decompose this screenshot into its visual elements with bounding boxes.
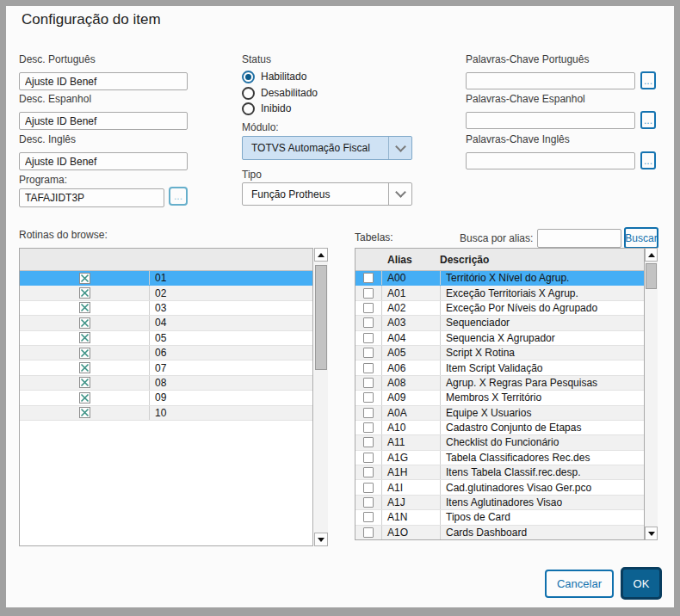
rotina-row[interactable]: 07 [20,360,312,375]
desc-ingles-input[interactable] [19,152,188,170]
tabela-row[interactable]: A03Sequenciador [355,316,644,330]
tabela-row[interactable]: A09Membros X Território [355,391,644,405]
rotina-check-cell[interactable] [20,376,150,390]
tabela-alias: A09 [382,391,441,404]
checkbox[interactable] [363,467,374,477]
scrollbar-thumb[interactable] [315,265,327,370]
rotina-number: 04 [150,317,312,329]
checkbox[interactable] [363,317,374,328]
rotina-row[interactable]: 06 [20,346,312,360]
desc-espanhol-input[interactable] [19,112,188,130]
tabela-row[interactable]: A0AEquipe X Usuarios [355,406,644,421]
scroll-down-button[interactable] [645,527,658,540]
tabela-alias: A0A [382,406,441,420]
rotina-row[interactable]: 10 [20,406,312,421]
palavras-ingles-browse-button[interactable]: ... [640,151,656,169]
busca-alias-input[interactable] [537,229,621,248]
checkbox[interactable] [363,512,374,522]
palavras-ingles-input[interactable] [466,152,635,169]
tabela-row[interactable]: A10Cadastro Conjunto de Etapas [355,421,644,435]
tabela-row[interactable]: A01Exceção Territoriais X Agrup. [355,286,644,300]
checkbox[interactable] [363,288,374,299]
desc-portugues-input[interactable] [19,72,188,90]
rotina-check-cell[interactable] [20,360,150,374]
checkbox[interactable] [363,378,374,388]
rotina-check-cell[interactable] [20,406,150,420]
tabela-row[interactable]: A1OCards Dashboard [355,526,644,540]
scrollbar-thumb[interactable] [646,263,657,289]
palavras-portugues-input[interactable] [466,72,635,89]
radio-unselected-icon[interactable] [242,102,255,115]
rotina-row[interactable]: 09 [20,391,312,405]
rotina-number: 02 [150,287,312,299]
rotina-check-cell[interactable] [20,316,150,330]
checkbox[interactable] [363,363,374,373]
tabela-row[interactable]: A00Território X Nível do Agrup. [355,271,644,286]
tabela-row[interactable]: A1HItens Tabela Classif.rec.desp. [355,465,644,480]
tabela-descricao: Sequenciador [441,317,644,329]
checkbox[interactable] [363,333,374,343]
tabela-row[interactable]: A04Sequencia X Agrupador [355,331,644,346]
rotina-check-cell[interactable] [20,271,150,285]
tabelas-scrollbar[interactable] [645,248,658,540]
checkbox[interactable] [363,497,374,508]
tabela-row[interactable]: A11Checklist do Funcionário [355,435,644,450]
checkbox[interactable] [363,303,374,313]
checkbox[interactable] [363,422,374,433]
checkbox[interactable] [363,273,374,283]
programa-browse-button[interactable]: ... [169,187,188,206]
radio-inibido[interactable]: Inibido [242,102,291,115]
rotinas-scrollbar[interactable] [314,248,328,546]
palavras-espanhol-browse-button[interactable]: ... [640,111,656,129]
checkbox[interactable] [363,348,374,358]
palavras-espanhol-input[interactable] [466,112,635,129]
rotina-check-cell[interactable] [20,391,150,404]
rotina-row[interactable]: 05 [20,331,312,346]
checkbox[interactable] [363,437,374,447]
tabela-row[interactable]: A05Script X Rotina [355,346,644,360]
modulo-select[interactable]: TOTVS Automação Fiscal [242,136,412,160]
rotina-check-cell[interactable] [20,346,150,360]
rotina-check-cell[interactable] [20,286,150,299]
checked-x-icon [79,407,90,418]
programa-input[interactable] [19,188,164,207]
checkbox[interactable] [363,483,374,493]
rotina-row[interactable]: 04 [20,316,312,330]
tabela-row[interactable]: A02Exceção Por Níveis do Agrupado [355,301,644,316]
checkbox[interactable] [363,408,374,418]
radio-selected-icon[interactable] [242,71,255,83]
palavras-portugues-browse-button[interactable]: ... [640,71,656,89]
ok-button[interactable]: OK [621,567,662,600]
scroll-down-button[interactable] [314,533,328,546]
tabela-row[interactable]: A1JItens Aglutinadores Visao [355,496,644,510]
rotina-check-cell[interactable] [20,301,150,315]
tipo-select[interactable]: Função Protheus [242,182,412,206]
radio-habilitado[interactable]: Habilitado [242,70,306,83]
rotina-row[interactable]: 03 [20,301,312,316]
tabela-descricao: Item Script Validação [441,362,644,374]
tabela-row[interactable]: A1NTipos de Card [355,510,644,525]
radio-unselected-icon[interactable] [242,87,255,100]
checkbox[interactable] [363,527,374,538]
tabela-alias: A02 [382,301,441,315]
scroll-up-button[interactable] [314,248,328,262]
cancel-button[interactable]: Cancelar [545,570,614,598]
checkbox[interactable] [363,392,374,403]
radio-desabilitado[interactable]: Desabilitado [242,86,318,100]
descricao-column-header: Descrição [435,254,644,266]
buscar-button[interactable]: Buscar [624,227,658,249]
checkbox-cell [355,271,382,285]
tabela-descricao: Itens Tabela Classif.rec.desp. [441,466,644,478]
checkbox[interactable] [363,453,374,463]
tabela-alias: A04 [382,331,441,345]
scroll-up-button[interactable] [645,248,658,262]
rotina-row[interactable]: 01 [20,271,312,286]
rotina-row[interactable]: 08 [20,376,312,391]
tabela-row[interactable]: A08Agrup. X Regras Para Pesquisas [355,376,644,391]
tabela-row[interactable]: A1ICad.glutinadores Visao Ger.pco [355,480,644,495]
tabela-row[interactable]: A1GTabela Classificadores Rec.des [355,451,644,465]
modulo-label: Módulo: [242,121,279,133]
tabela-row[interactable]: A06Item Script Validação [355,360,644,375]
rotina-row[interactable]: 02 [20,286,312,300]
rotina-check-cell[interactable] [20,331,150,345]
